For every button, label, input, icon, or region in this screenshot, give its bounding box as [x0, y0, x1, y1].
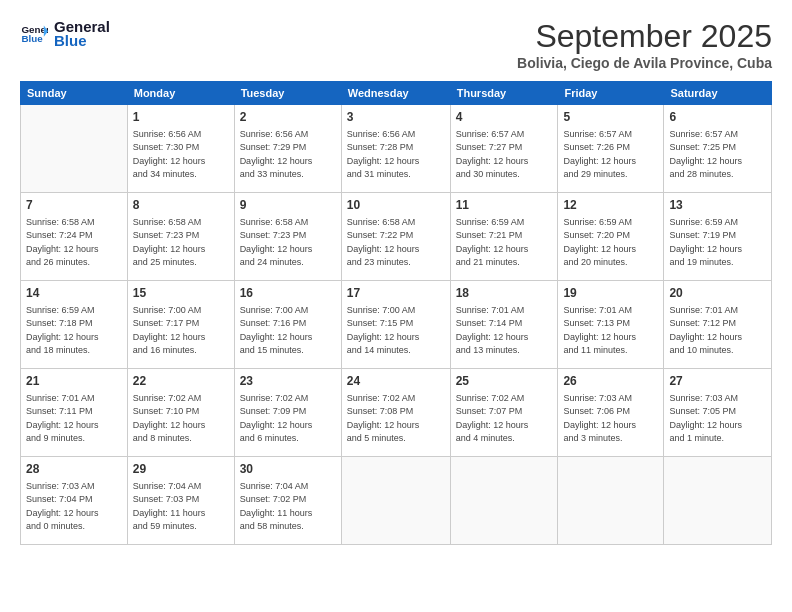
day-info: Sunrise: 7:03 AMSunset: 7:06 PMDaylight:…	[563, 392, 658, 446]
day-info: Sunrise: 6:58 AMSunset: 7:22 PMDaylight:…	[347, 216, 445, 270]
day-info: Sunrise: 7:00 AMSunset: 7:16 PMDaylight:…	[240, 304, 336, 358]
calendar-cell: 5Sunrise: 6:57 AMSunset: 7:26 PMDaylight…	[558, 105, 664, 193]
day-number: 15	[133, 285, 229, 302]
calendar-week-row: 28Sunrise: 7:03 AMSunset: 7:04 PMDayligh…	[21, 457, 772, 545]
day-info: Sunrise: 7:04 AMSunset: 7:03 PMDaylight:…	[133, 480, 229, 534]
day-info: Sunrise: 7:04 AMSunset: 7:02 PMDaylight:…	[240, 480, 336, 534]
day-info: Sunrise: 7:00 AMSunset: 7:15 PMDaylight:…	[347, 304, 445, 358]
calendar-day-header: Saturday	[664, 82, 772, 105]
calendar-cell: 6Sunrise: 6:57 AMSunset: 7:25 PMDaylight…	[664, 105, 772, 193]
calendar-cell: 21Sunrise: 7:01 AMSunset: 7:11 PMDayligh…	[21, 369, 128, 457]
calendar-week-row: 21Sunrise: 7:01 AMSunset: 7:11 PMDayligh…	[21, 369, 772, 457]
calendar-cell: 28Sunrise: 7:03 AMSunset: 7:04 PMDayligh…	[21, 457, 128, 545]
calendar-cell: 3Sunrise: 6:56 AMSunset: 7:28 PMDaylight…	[341, 105, 450, 193]
day-info: Sunrise: 7:02 AMSunset: 7:08 PMDaylight:…	[347, 392, 445, 446]
calendar-day-header: Friday	[558, 82, 664, 105]
day-number: 5	[563, 109, 658, 126]
calendar-day-header: Wednesday	[341, 82, 450, 105]
calendar-cell: 29Sunrise: 7:04 AMSunset: 7:03 PMDayligh…	[127, 457, 234, 545]
day-number: 18	[456, 285, 553, 302]
calendar-cell: 26Sunrise: 7:03 AMSunset: 7:06 PMDayligh…	[558, 369, 664, 457]
calendar-week-row: 7Sunrise: 6:58 AMSunset: 7:24 PMDaylight…	[21, 193, 772, 281]
day-number: 24	[347, 373, 445, 390]
day-info: Sunrise: 7:01 AMSunset: 7:12 PMDaylight:…	[669, 304, 766, 358]
calendar-cell: 2Sunrise: 6:56 AMSunset: 7:29 PMDaylight…	[234, 105, 341, 193]
calendar-cell: 12Sunrise: 6:59 AMSunset: 7:20 PMDayligh…	[558, 193, 664, 281]
day-info: Sunrise: 6:56 AMSunset: 7:30 PMDaylight:…	[133, 128, 229, 182]
calendar-cell: 18Sunrise: 7:01 AMSunset: 7:14 PMDayligh…	[450, 281, 558, 369]
day-info: Sunrise: 6:56 AMSunset: 7:29 PMDaylight:…	[240, 128, 336, 182]
day-number: 21	[26, 373, 122, 390]
day-info: Sunrise: 7:03 AMSunset: 7:04 PMDaylight:…	[26, 480, 122, 534]
calendar-week-row: 1Sunrise: 6:56 AMSunset: 7:30 PMDaylight…	[21, 105, 772, 193]
day-info: Sunrise: 6:57 AMSunset: 7:27 PMDaylight:…	[456, 128, 553, 182]
day-number: 20	[669, 285, 766, 302]
day-number: 23	[240, 373, 336, 390]
calendar-cell: 9Sunrise: 6:58 AMSunset: 7:23 PMDaylight…	[234, 193, 341, 281]
calendar-cell: 16Sunrise: 7:00 AMSunset: 7:16 PMDayligh…	[234, 281, 341, 369]
day-number: 27	[669, 373, 766, 390]
day-info: Sunrise: 6:57 AMSunset: 7:26 PMDaylight:…	[563, 128, 658, 182]
calendar-cell: 7Sunrise: 6:58 AMSunset: 7:24 PMDaylight…	[21, 193, 128, 281]
calendar-cell: 10Sunrise: 6:58 AMSunset: 7:22 PMDayligh…	[341, 193, 450, 281]
calendar-cell: 11Sunrise: 6:59 AMSunset: 7:21 PMDayligh…	[450, 193, 558, 281]
main-title: September 2025	[517, 18, 772, 55]
day-number: 8	[133, 197, 229, 214]
day-number: 3	[347, 109, 445, 126]
calendar-cell	[21, 105, 128, 193]
calendar-day-header: Sunday	[21, 82, 128, 105]
calendar-cell: 4Sunrise: 6:57 AMSunset: 7:27 PMDaylight…	[450, 105, 558, 193]
day-number: 30	[240, 461, 336, 478]
day-number: 14	[26, 285, 122, 302]
day-number: 19	[563, 285, 658, 302]
calendar-cell: 27Sunrise: 7:03 AMSunset: 7:05 PMDayligh…	[664, 369, 772, 457]
day-info: Sunrise: 6:58 AMSunset: 7:23 PMDaylight:…	[240, 216, 336, 270]
day-number: 1	[133, 109, 229, 126]
day-number: 9	[240, 197, 336, 214]
day-info: Sunrise: 7:03 AMSunset: 7:05 PMDaylight:…	[669, 392, 766, 446]
day-info: Sunrise: 7:02 AMSunset: 7:10 PMDaylight:…	[133, 392, 229, 446]
calendar-cell: 20Sunrise: 7:01 AMSunset: 7:12 PMDayligh…	[664, 281, 772, 369]
day-number: 10	[347, 197, 445, 214]
day-info: Sunrise: 7:02 AMSunset: 7:09 PMDaylight:…	[240, 392, 336, 446]
day-number: 26	[563, 373, 658, 390]
day-info: Sunrise: 6:59 AMSunset: 7:19 PMDaylight:…	[669, 216, 766, 270]
day-info: Sunrise: 7:01 AMSunset: 7:13 PMDaylight:…	[563, 304, 658, 358]
day-number: 17	[347, 285, 445, 302]
day-info: Sunrise: 7:02 AMSunset: 7:07 PMDaylight:…	[456, 392, 553, 446]
day-number: 4	[456, 109, 553, 126]
calendar-day-header: Tuesday	[234, 82, 341, 105]
day-info: Sunrise: 6:58 AMSunset: 7:24 PMDaylight:…	[26, 216, 122, 270]
logo: General Blue General Blue	[20, 18, 110, 49]
day-number: 7	[26, 197, 122, 214]
day-number: 29	[133, 461, 229, 478]
calendar-cell: 19Sunrise: 7:01 AMSunset: 7:13 PMDayligh…	[558, 281, 664, 369]
calendar-cell: 13Sunrise: 6:59 AMSunset: 7:19 PMDayligh…	[664, 193, 772, 281]
calendar-cell	[558, 457, 664, 545]
calendar-day-header: Thursday	[450, 82, 558, 105]
day-info: Sunrise: 6:59 AMSunset: 7:18 PMDaylight:…	[26, 304, 122, 358]
day-info: Sunrise: 6:59 AMSunset: 7:21 PMDaylight:…	[456, 216, 553, 270]
calendar-cell: 25Sunrise: 7:02 AMSunset: 7:07 PMDayligh…	[450, 369, 558, 457]
calendar-cell: 15Sunrise: 7:00 AMSunset: 7:17 PMDayligh…	[127, 281, 234, 369]
subtitle: Bolivia, Ciego de Avila Province, Cuba	[517, 55, 772, 71]
day-number: 6	[669, 109, 766, 126]
day-number: 22	[133, 373, 229, 390]
calendar-cell: 24Sunrise: 7:02 AMSunset: 7:08 PMDayligh…	[341, 369, 450, 457]
svg-text:Blue: Blue	[21, 33, 43, 44]
day-info: Sunrise: 6:57 AMSunset: 7:25 PMDaylight:…	[669, 128, 766, 182]
calendar-cell: 30Sunrise: 7:04 AMSunset: 7:02 PMDayligh…	[234, 457, 341, 545]
calendar-week-row: 14Sunrise: 6:59 AMSunset: 7:18 PMDayligh…	[21, 281, 772, 369]
day-number: 2	[240, 109, 336, 126]
calendar-header: SundayMondayTuesdayWednesdayThursdayFrid…	[21, 82, 772, 105]
day-number: 16	[240, 285, 336, 302]
calendar-cell	[450, 457, 558, 545]
day-info: Sunrise: 7:00 AMSunset: 7:17 PMDaylight:…	[133, 304, 229, 358]
calendar-cell: 8Sunrise: 6:58 AMSunset: 7:23 PMDaylight…	[127, 193, 234, 281]
day-number: 25	[456, 373, 553, 390]
day-info: Sunrise: 6:56 AMSunset: 7:28 PMDaylight:…	[347, 128, 445, 182]
calendar-cell: 14Sunrise: 6:59 AMSunset: 7:18 PMDayligh…	[21, 281, 128, 369]
logo-line2: Blue	[54, 32, 110, 49]
calendar-table: SundayMondayTuesdayWednesdayThursdayFrid…	[20, 81, 772, 545]
page-header: General Blue General Blue September 2025…	[20, 18, 772, 71]
